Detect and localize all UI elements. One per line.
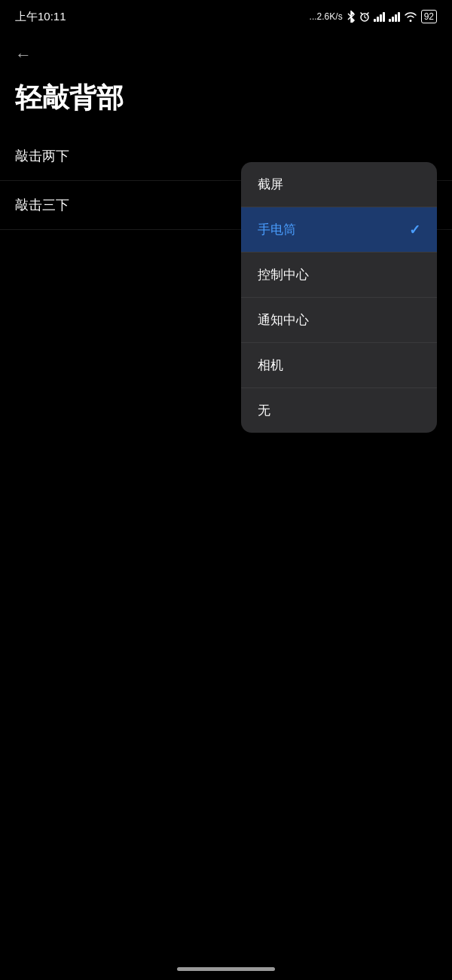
control-center-label: 控制中心 <box>258 266 309 283</box>
double-tap-label: 敲击两下 <box>15 149 69 164</box>
status-time: 上午10:11 <box>15 10 66 24</box>
triple-tap-label: 敲击三下 <box>15 198 69 213</box>
battery-level: 92 <box>424 11 434 22</box>
page-title: 轻敲背部 <box>0 72 452 132</box>
status-bar: 上午10:11 ...2.6K/s 92 <box>0 0 452 30</box>
status-icons: ...2.6K/s 92 <box>310 10 437 23</box>
screenshot-label: 截屏 <box>258 176 283 193</box>
bluetooth-icon <box>347 11 356 23</box>
signal-bars-1 <box>374 11 385 22</box>
settings-list: 敲击两下 敲击三下 截屏 手电筒 ✓ 控制中心 通知中心 相机 无 <box>0 132 452 230</box>
home-indicator <box>177 967 275 971</box>
alarm-icon <box>359 11 370 22</box>
dropdown-item-notification-center[interactable]: 通知中心 <box>241 298 437 343</box>
none-label: 无 <box>258 402 270 419</box>
selected-checkmark: ✓ <box>409 222 420 238</box>
signal-bars-2 <box>389 11 400 22</box>
dropdown-item-control-center[interactable]: 控制中心 <box>241 253 437 298</box>
back-arrow-icon: ← <box>15 45 32 64</box>
wifi-icon <box>404 11 417 22</box>
network-speed: ...2.6K/s <box>310 11 343 22</box>
dropdown-menu: 截屏 手电筒 ✓ 控制中心 通知中心 相机 无 <box>241 162 437 433</box>
dropdown-item-camera[interactable]: 相机 <box>241 343 437 388</box>
notification-center-label: 通知中心 <box>258 311 309 329</box>
dropdown-item-none[interactable]: 无 <box>241 388 437 433</box>
flashlight-label: 手电筒 <box>258 221 296 238</box>
dropdown-item-screenshot[interactable]: 截屏 <box>241 162 437 207</box>
battery-icon: 92 <box>421 10 437 23</box>
camera-label: 相机 <box>258 357 283 374</box>
back-button[interactable]: ← <box>0 38 452 72</box>
dropdown-item-flashlight[interactable]: 手电筒 ✓ <box>241 207 437 253</box>
